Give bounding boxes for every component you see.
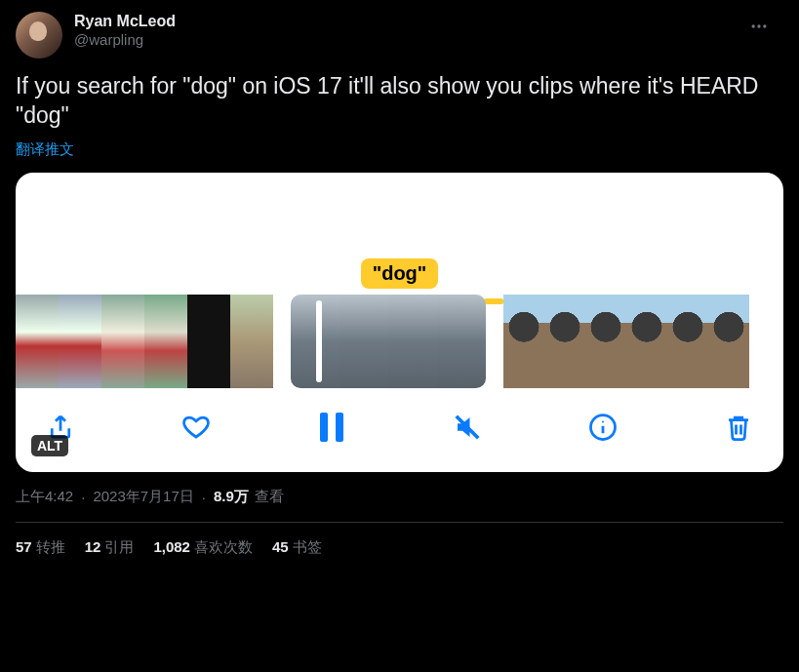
svg-point-0 bbox=[752, 24, 755, 27]
like-button[interactable] bbox=[179, 410, 214, 445]
quotes-stat[interactable]: 12引用 bbox=[85, 538, 135, 557]
svg-point-1 bbox=[757, 24, 760, 27]
media-whitespace bbox=[16, 173, 783, 258]
mute-button[interactable] bbox=[450, 410, 485, 445]
tweet-date[interactable]: 2023年7月17日 bbox=[93, 488, 193, 506]
author-block[interactable]: Ryan McLeod @warpling bbox=[74, 12, 176, 50]
media-card[interactable]: "dog" bbox=[16, 173, 783, 472]
delete-button[interactable] bbox=[721, 410, 756, 445]
alt-badge[interactable]: ALT bbox=[31, 435, 68, 456]
tweet-time[interactable]: 上午4:42 bbox=[16, 488, 73, 506]
info-button[interactable] bbox=[585, 410, 620, 445]
pause-icon bbox=[320, 413, 343, 442]
search-result-tag: "dog" bbox=[361, 258, 439, 289]
bookmarks-stat[interactable]: 45书签 bbox=[272, 538, 322, 557]
svg-point-6 bbox=[602, 420, 604, 422]
tweet-text: If you search for "dog" on iOS 17 it'll … bbox=[16, 72, 783, 131]
clip-thumbnail-group-active[interactable] bbox=[291, 295, 486, 388]
likes-stat[interactable]: 1,082喜欢次数 bbox=[153, 538, 253, 557]
translate-link[interactable]: 翻译推文 bbox=[16, 140, 783, 159]
filmstrip[interactable] bbox=[16, 295, 783, 388]
clip-thumbnail-group[interactable] bbox=[16, 295, 273, 388]
author-handle: @warpling bbox=[74, 31, 176, 50]
svg-point-2 bbox=[763, 24, 766, 27]
tweet-meta: 上午4:42 2023年7月17日 8.9万 查看 bbox=[16, 488, 783, 506]
tweet-header: Ryan McLeod @warpling bbox=[16, 12, 783, 59]
media-toolbar bbox=[16, 388, 783, 472]
scrub-marker bbox=[484, 298, 503, 304]
stats-row: 57转推 12引用 1,082喜欢次数 45书签 bbox=[16, 523, 783, 557]
avatar[interactable] bbox=[16, 12, 62, 59]
pause-button[interactable] bbox=[314, 410, 349, 445]
views-count: 8.9万 bbox=[214, 488, 249, 506]
search-tag-row: "dog" bbox=[16, 258, 783, 295]
playhead[interactable] bbox=[316, 300, 322, 382]
views-label: 查看 bbox=[255, 488, 284, 506]
retweets-stat[interactable]: 57转推 bbox=[16, 538, 65, 557]
author-display-name: Ryan McLeod bbox=[74, 12, 176, 31]
tweet-container: Ryan McLeod @warpling If you search for … bbox=[0, 0, 799, 557]
more-options-button[interactable] bbox=[742, 10, 776, 43]
clip-thumbnail-group[interactable] bbox=[503, 295, 749, 388]
